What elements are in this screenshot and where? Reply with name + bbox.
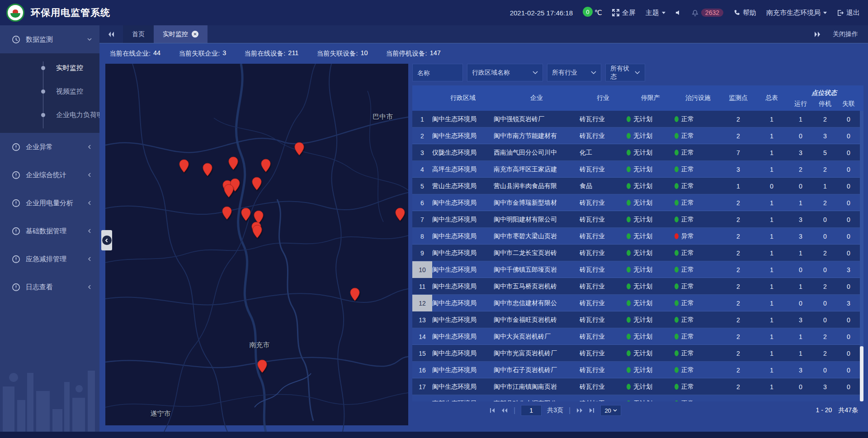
table-row[interactable]: 14 阆中生态环境局 阆中大兴页岩机砖厂 砖瓦行业 无计划 [412,328,863,345]
theme-dropdown[interactable]: 主题 [646,9,665,17]
table-row[interactable]: 17 阆中生态环境局 阆中市江南镇阆南页岩 砖瓦行业 无计划 [412,378,863,395]
stat-label: 当前失联企业: [179,49,220,58]
stat-label: 当前停机设备: [386,49,427,58]
app-title: 环保用电监管系统 [31,6,110,19]
logout-label: 退出 [846,9,860,17]
table-row[interactable]: 1 阆中生态环境局 阆中强锐页岩砖厂 砖瓦行业 无计划 [412,111,863,127]
cell-lost: 0 [837,250,860,257]
table-row[interactable]: 9 阆中生态环境局 阆中市二龙长宝页岩砖 砖瓦行业 无计划 [412,245,863,261]
sidebar-item[interactable]: 企业异常 [0,133,99,161]
org-dropdown[interactable]: 南充市生态环境局 [766,9,827,17]
table-row[interactable]: 16 阆中生态环境局 阆中市石子页岩机砖厂 砖瓦行业 无计划 [412,362,863,378]
stat-label: 当前在线设备: [244,49,285,58]
table-row[interactable]: 3 仪陇生态环境局 西南油气田分公司川中 化工 无计划 [412,144,863,161]
stat-item: 当前在线企业: 44 [109,49,160,58]
menu-icon [12,143,20,151]
cell-lost: 0 [837,199,860,207]
first-page-button[interactable] [489,407,495,414]
divider: | [569,406,571,414]
table-row[interactable]: 18 南部生态环境局 南部县砂化水泥有限公 建材加工 无计划 [412,395,863,401]
cell-run: 1 [788,116,813,123]
table-row[interactable]: 12 阆中生态环境局 阆中市忠信建材有限公 砖瓦行业 无计划 [412,295,863,311]
row-index: 15 [412,345,432,362]
sidebar-item[interactable]: 基础数据管理 [0,217,99,245]
temperature-badge: 0 [583,7,593,17]
row-index: 9 [412,245,432,261]
cell-limit-status: 无计划 [627,132,675,140]
name-filter-input[interactable] [412,64,463,81]
table-row[interactable]: 6 阆中生态环境局 阆中市金博瑞新型墙材 砖瓦行业 无计划 [412,194,863,211]
table-row[interactable]: 11 阆中生态环境局 阆中市五马桥页岩机砖 砖瓦行业 无计划 [412,278,863,295]
cell-points: 1 [722,183,755,190]
cell-industry: 砖瓦行业 [580,333,627,341]
table-row[interactable]: 15 阆中生态环境局 阆中市光富页岩机砖厂 砖瓦行业 无计划 [412,345,863,362]
cell-points: 2 [722,199,755,207]
sidebar-subitem[interactable]: 企业电力负荷明细 [0,103,99,127]
table-row[interactable]: 8 阆中生态环境局 阆中市枣碧大梁山页岩 砖瓦行业 无计划 [412,228,863,245]
sidebar-item[interactable]: 企业用电量分析 [0,189,99,217]
sidebar-item-data-monitoring[interactable]: 数据监测 [0,25,99,53]
industry-filter-select[interactable]: 所有行业 [547,64,601,81]
scrollbar-thumb[interactable] [860,346,863,401]
page-number-input[interactable] [521,405,542,416]
table-row[interactable]: 5 营山生态环境局 营山县润丰肉食品有限 食品 无计划 [412,178,863,194]
close-operations-button[interactable]: 关闭操作 [833,30,858,38]
double-chevron-right-icon[interactable] [814,31,821,38]
next-page-button[interactable] [576,407,583,414]
page-size-select[interactable]: 20 [600,405,621,416]
cell-points: 2 [722,250,755,257]
sidebar-subitem[interactable]: 实时监控 [0,56,99,80]
status-filter-select[interactable]: 所有状态 [605,64,645,81]
cell-run: 3 [788,316,813,324]
tab-close-icon[interactable]: ✕ [192,31,198,38]
notifications-button[interactable]: 2632 [692,9,723,17]
cell-facility-status: 异常 [675,232,722,240]
cell-limit-status: 无计划 [627,316,675,324]
cell-industry: 化工 [580,149,627,157]
cell-stop: 0 [813,233,837,240]
table-row[interactable]: 2 阆中生态环境局 阆中市南方节能建材有 砖瓦行业 无计划 [412,127,863,144]
cell-region: 阆中生态环境局 [432,333,494,341]
cell-limit-status: 无计划 [627,299,675,307]
cell-points: 2 [722,333,755,340]
cell-facility-status: 正常 [675,266,722,274]
sidebar-item[interactable]: 企业综合统计 [0,161,99,189]
status-dot-icon [675,367,679,373]
limit-status-label: 无计划 [633,299,652,307]
stat-item: 当前停机设备: 147 [386,49,441,58]
sidebar-subitem[interactable]: 视频监控 [0,80,99,103]
stat-value: 44 [153,49,160,58]
tab-home[interactable]: 首页 [123,25,154,43]
region-filter-select[interactable]: 行政区域名称 [467,64,543,81]
cell-facility-status: 正常 [675,216,722,224]
tab-realtime-monitoring[interactable]: 实时监控 ✕ [154,25,208,43]
sidebar-item[interactable]: 应急减排管理 [0,245,99,273]
cell-points: 2 [722,316,755,324]
map-panel[interactable]: 巴中市南充市遂宁市 [105,64,408,425]
cell-facility-status: 正常 [675,283,722,291]
table-row[interactable]: 4 高坪生态环境局 南充市高坪区王家店建 砖瓦行业 无计划 [412,161,863,178]
table-row[interactable]: 13 阆中生态环境局 阆中市金福旺页岩机砖 砖瓦行业 无计划 [412,311,863,328]
cell-points: 2 [722,383,755,391]
table-scrollbar[interactable] [860,111,863,401]
mute-button[interactable] [675,9,682,16]
cell-run: 2 [788,166,813,173]
logout-button[interactable]: 退出 [837,9,860,17]
cell-meter: 1 [755,350,788,357]
tabs-scroll-left-button[interactable] [99,25,123,43]
prev-page-button[interactable] [501,407,508,414]
sidebar-item[interactable]: 日志查看 [0,273,99,301]
table-row[interactable]: 7 阆中生态环境局 阆中明阳建材有限公司 砖瓦行业 无计划 [412,211,863,228]
cell-meter: 1 [755,300,788,307]
row-index: 16 [412,362,432,378]
col-region: 行政区域 [432,85,494,111]
cell-industry: 砖瓦行业 [580,383,627,391]
table-row[interactable]: 10 阆中生态环境局 阆中千佛镇五郎垭页岩 砖瓦行业 无计划 [412,261,863,278]
help-button[interactable]: 帮助 [733,9,756,17]
last-page-button[interactable] [589,407,595,414]
status-dot-icon [627,217,631,222]
row-index: 5 [412,178,432,194]
map-collapse-handle[interactable] [101,230,112,250]
cell-points: 2 [722,300,755,307]
fullscreen-button[interactable]: 全屏 [612,9,636,17]
